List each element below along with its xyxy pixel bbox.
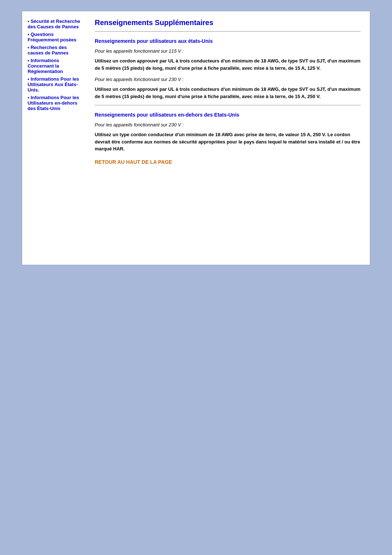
divider-top xyxy=(95,31,361,32)
sidebar-link-reglementation[interactable]: Informations Concernant la Réglementatio… xyxy=(28,58,63,74)
main-content: Renseignements Supplémentaires Renseigne… xyxy=(86,11,370,265)
section1-para1-italic: Pour les appareils fonctionnant sur 115 … xyxy=(95,48,361,54)
sidebar-link-securite[interactable]: Sécurité et Recherche des Causes de Pann… xyxy=(28,19,80,29)
page-container: Sécurité et Recherche des Causes de Pann… xyxy=(22,11,370,265)
section1-para1-bold: Utilisez un cordon approuvé par UL à tro… xyxy=(95,57,361,72)
back-to-top-link[interactable]: RETOUR AU HAUT DE LA PAGE xyxy=(95,159,361,165)
section1-title: Renseignements pour utilisateurs aux éta… xyxy=(95,38,361,44)
divider-middle xyxy=(95,105,361,105)
section2-para1-bold: Utilisez un type cordon conducteur d'un … xyxy=(95,131,361,153)
section1-para2-bold: Utilisez un cordon approuvé par UL à tro… xyxy=(95,86,361,100)
section1-para2-italic: Pour les appareils fonctionnant sur 230 … xyxy=(95,77,361,82)
sidebar-link-questions[interactable]: Questions Fréquemment posées xyxy=(28,32,76,42)
sidebar-item-securite: Sécurité et Recherche des Causes de Pann… xyxy=(28,19,82,29)
sidebar-link-recherches[interactable]: Recherches des causes de Pannes xyxy=(28,45,69,56)
sidebar-item-utilisateurs-us: Informations Pour les Utilisateurs Aux É… xyxy=(28,76,82,93)
sidebar-item-utilisateurs-hors-us: Informations Pour les Utilisateurs en-de… xyxy=(28,95,82,111)
sidebar-item-reglementation: Informations Concernant la Réglementatio… xyxy=(28,58,82,74)
page-title: Renseignements Supplémentaires xyxy=(95,19,361,27)
sidebar: Sécurité et Recherche des Causes de Pann… xyxy=(22,11,86,265)
sidebar-item-questions: Questions Fréquemment posées xyxy=(28,32,82,42)
sidebar-link-utilisateurs-hors-us[interactable]: Informations Pour les Utilisateurs en-de… xyxy=(28,95,79,111)
sidebar-item-recherches: Recherches des causes de Pannes xyxy=(28,45,82,56)
section2-title: Renseignements pour utilisateurs en-deho… xyxy=(95,112,361,118)
sidebar-link-utilisateurs-us[interactable]: Informations Pour les Utilisateurs Aux É… xyxy=(28,76,79,93)
sidebar-nav: Sécurité et Recherche des Causes de Pann… xyxy=(28,19,82,111)
section2-para1-italic: Pour les appareils fonctionnant sur 230 … xyxy=(95,122,361,127)
